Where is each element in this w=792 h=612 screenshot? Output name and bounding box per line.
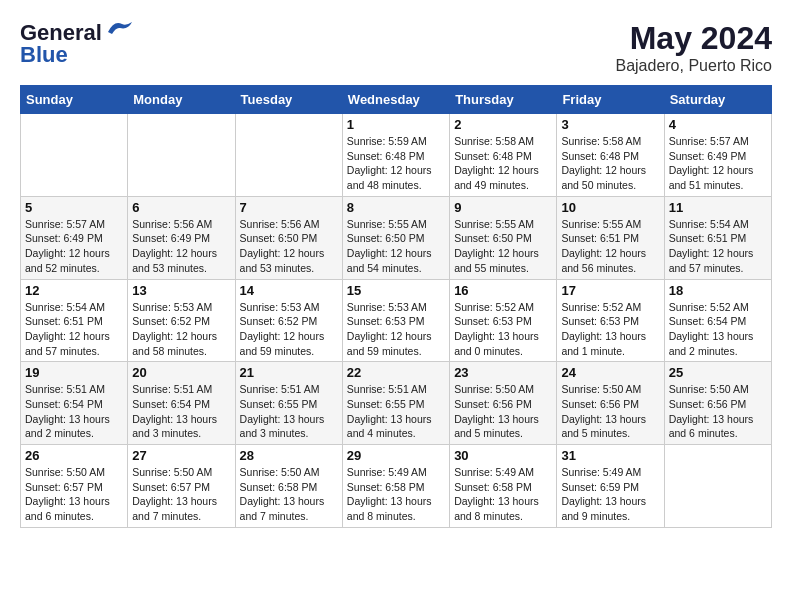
table-row [128, 114, 235, 197]
calendar-week-row: 5Sunrise: 5:57 AM Sunset: 6:49 PM Daylig… [21, 196, 772, 279]
day-number: 17 [561, 283, 659, 298]
logo: General Blue [20, 20, 136, 68]
table-row: 18Sunrise: 5:52 AM Sunset: 6:54 PM Dayli… [664, 279, 771, 362]
day-info: Sunrise: 5:58 AM Sunset: 6:48 PM Dayligh… [454, 134, 552, 193]
day-info: Sunrise: 5:50 AM Sunset: 6:56 PM Dayligh… [669, 382, 767, 441]
table-row [235, 114, 342, 197]
day-info: Sunrise: 5:57 AM Sunset: 6:49 PM Dayligh… [669, 134, 767, 193]
day-number: 1 [347, 117, 445, 132]
table-row: 12Sunrise: 5:54 AM Sunset: 6:51 PM Dayli… [21, 279, 128, 362]
day-info: Sunrise: 5:50 AM Sunset: 6:56 PM Dayligh… [561, 382, 659, 441]
day-number: 28 [240, 448, 338, 463]
table-row: 21Sunrise: 5:51 AM Sunset: 6:55 PM Dayli… [235, 362, 342, 445]
title-block: May 2024 Bajadero, Puerto Rico [615, 20, 772, 75]
day-number: 30 [454, 448, 552, 463]
table-row: 17Sunrise: 5:52 AM Sunset: 6:53 PM Dayli… [557, 279, 664, 362]
table-row: 25Sunrise: 5:50 AM Sunset: 6:56 PM Dayli… [664, 362, 771, 445]
day-number: 27 [132, 448, 230, 463]
day-info: Sunrise: 5:50 AM Sunset: 6:58 PM Dayligh… [240, 465, 338, 524]
day-info: Sunrise: 5:52 AM Sunset: 6:53 PM Dayligh… [561, 300, 659, 359]
day-info: Sunrise: 5:53 AM Sunset: 6:52 PM Dayligh… [240, 300, 338, 359]
table-row: 23Sunrise: 5:50 AM Sunset: 6:56 PM Dayli… [450, 362, 557, 445]
table-row: 19Sunrise: 5:51 AM Sunset: 6:54 PM Dayli… [21, 362, 128, 445]
calendar-week-row: 19Sunrise: 5:51 AM Sunset: 6:54 PM Dayli… [21, 362, 772, 445]
day-info: Sunrise: 5:54 AM Sunset: 6:51 PM Dayligh… [669, 217, 767, 276]
header-wednesday: Wednesday [342, 86, 449, 114]
day-info: Sunrise: 5:56 AM Sunset: 6:49 PM Dayligh… [132, 217, 230, 276]
table-row: 14Sunrise: 5:53 AM Sunset: 6:52 PM Dayli… [235, 279, 342, 362]
day-info: Sunrise: 5:54 AM Sunset: 6:51 PM Dayligh… [25, 300, 123, 359]
calendar-week-row: 26Sunrise: 5:50 AM Sunset: 6:57 PM Dayli… [21, 445, 772, 528]
day-info: Sunrise: 5:51 AM Sunset: 6:54 PM Dayligh… [132, 382, 230, 441]
day-info: Sunrise: 5:50 AM Sunset: 6:57 PM Dayligh… [132, 465, 230, 524]
calendar-week-row: 12Sunrise: 5:54 AM Sunset: 6:51 PM Dayli… [21, 279, 772, 362]
day-number: 8 [347, 200, 445, 215]
table-row: 26Sunrise: 5:50 AM Sunset: 6:57 PM Dayli… [21, 445, 128, 528]
day-number: 20 [132, 365, 230, 380]
day-info: Sunrise: 5:50 AM Sunset: 6:56 PM Dayligh… [454, 382, 552, 441]
calendar-header-row: Sunday Monday Tuesday Wednesday Thursday… [21, 86, 772, 114]
calendar-table: Sunday Monday Tuesday Wednesday Thursday… [20, 85, 772, 528]
day-number: 7 [240, 200, 338, 215]
day-number: 9 [454, 200, 552, 215]
table-row: 20Sunrise: 5:51 AM Sunset: 6:54 PM Dayli… [128, 362, 235, 445]
header-sunday: Sunday [21, 86, 128, 114]
day-number: 13 [132, 283, 230, 298]
table-row: 13Sunrise: 5:53 AM Sunset: 6:52 PM Dayli… [128, 279, 235, 362]
day-number: 12 [25, 283, 123, 298]
table-row: 16Sunrise: 5:52 AM Sunset: 6:53 PM Dayli… [450, 279, 557, 362]
table-row: 10Sunrise: 5:55 AM Sunset: 6:51 PM Dayli… [557, 196, 664, 279]
day-number: 2 [454, 117, 552, 132]
table-row [21, 114, 128, 197]
table-row: 5Sunrise: 5:57 AM Sunset: 6:49 PM Daylig… [21, 196, 128, 279]
day-info: Sunrise: 5:58 AM Sunset: 6:48 PM Dayligh… [561, 134, 659, 193]
table-row: 15Sunrise: 5:53 AM Sunset: 6:53 PM Dayli… [342, 279, 449, 362]
day-number: 31 [561, 448, 659, 463]
table-row: 3Sunrise: 5:58 AM Sunset: 6:48 PM Daylig… [557, 114, 664, 197]
day-number: 25 [669, 365, 767, 380]
table-row: 7Sunrise: 5:56 AM Sunset: 6:50 PM Daylig… [235, 196, 342, 279]
table-row: 11Sunrise: 5:54 AM Sunset: 6:51 PM Dayli… [664, 196, 771, 279]
day-number: 3 [561, 117, 659, 132]
header-saturday: Saturday [664, 86, 771, 114]
table-row: 22Sunrise: 5:51 AM Sunset: 6:55 PM Dayli… [342, 362, 449, 445]
day-number: 10 [561, 200, 659, 215]
page-header: General Blue May 2024 Bajadero, Puerto R… [20, 20, 772, 75]
day-number: 18 [669, 283, 767, 298]
table-row: 2Sunrise: 5:58 AM Sunset: 6:48 PM Daylig… [450, 114, 557, 197]
day-info: Sunrise: 5:51 AM Sunset: 6:55 PM Dayligh… [347, 382, 445, 441]
table-row: 27Sunrise: 5:50 AM Sunset: 6:57 PM Dayli… [128, 445, 235, 528]
table-row: 29Sunrise: 5:49 AM Sunset: 6:58 PM Dayli… [342, 445, 449, 528]
day-number: 23 [454, 365, 552, 380]
day-info: Sunrise: 5:53 AM Sunset: 6:52 PM Dayligh… [132, 300, 230, 359]
header-monday: Monday [128, 86, 235, 114]
day-info: Sunrise: 5:51 AM Sunset: 6:55 PM Dayligh… [240, 382, 338, 441]
day-number: 21 [240, 365, 338, 380]
header-friday: Friday [557, 86, 664, 114]
table-row: 6Sunrise: 5:56 AM Sunset: 6:49 PM Daylig… [128, 196, 235, 279]
day-info: Sunrise: 5:50 AM Sunset: 6:57 PM Dayligh… [25, 465, 123, 524]
day-number: 15 [347, 283, 445, 298]
day-info: Sunrise: 5:49 AM Sunset: 6:59 PM Dayligh… [561, 465, 659, 524]
table-row: 28Sunrise: 5:50 AM Sunset: 6:58 PM Dayli… [235, 445, 342, 528]
table-row: 4Sunrise: 5:57 AM Sunset: 6:49 PM Daylig… [664, 114, 771, 197]
header-tuesday: Tuesday [235, 86, 342, 114]
day-number: 26 [25, 448, 123, 463]
day-info: Sunrise: 5:55 AM Sunset: 6:50 PM Dayligh… [347, 217, 445, 276]
day-info: Sunrise: 5:55 AM Sunset: 6:51 PM Dayligh… [561, 217, 659, 276]
calendar-week-row: 1Sunrise: 5:59 AM Sunset: 6:48 PM Daylig… [21, 114, 772, 197]
day-number: 11 [669, 200, 767, 215]
day-number: 19 [25, 365, 123, 380]
day-number: 22 [347, 365, 445, 380]
day-info: Sunrise: 5:52 AM Sunset: 6:53 PM Dayligh… [454, 300, 552, 359]
day-number: 24 [561, 365, 659, 380]
day-info: Sunrise: 5:59 AM Sunset: 6:48 PM Dayligh… [347, 134, 445, 193]
day-info: Sunrise: 5:52 AM Sunset: 6:54 PM Dayligh… [669, 300, 767, 359]
table-row: 30Sunrise: 5:49 AM Sunset: 6:58 PM Dayli… [450, 445, 557, 528]
day-info: Sunrise: 5:56 AM Sunset: 6:50 PM Dayligh… [240, 217, 338, 276]
table-row: 1Sunrise: 5:59 AM Sunset: 6:48 PM Daylig… [342, 114, 449, 197]
day-number: 6 [132, 200, 230, 215]
day-info: Sunrise: 5:49 AM Sunset: 6:58 PM Dayligh… [347, 465, 445, 524]
logo-blue: Blue [20, 42, 68, 68]
day-info: Sunrise: 5:53 AM Sunset: 6:53 PM Dayligh… [347, 300, 445, 359]
